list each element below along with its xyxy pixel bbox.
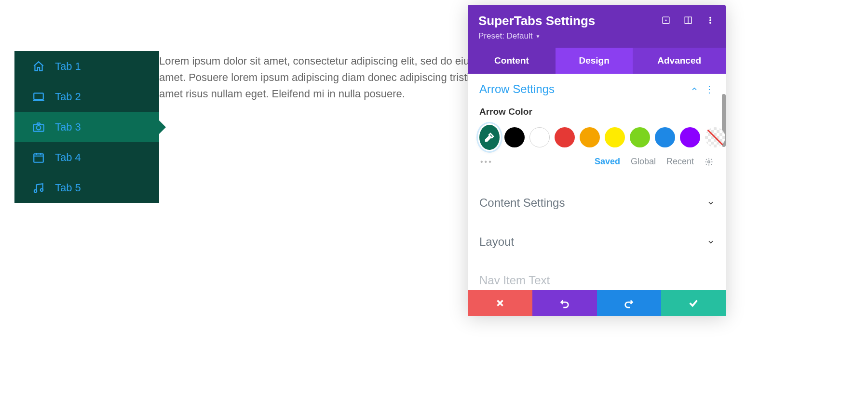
- caret-down-icon: ▼: [535, 34, 540, 39]
- palette-tab-saved[interactable]: Saved: [595, 157, 620, 167]
- section-nav-item-text[interactable]: Nav Item Text: [468, 261, 726, 290]
- section-title: Layout: [479, 235, 514, 249]
- more-vertical-icon[interactable]: [705, 15, 715, 25]
- vertical-tab-list: Tab 1 Tab 2 Tab 3 Tab 4 Tab 5: [14, 51, 159, 203]
- chevron-down-icon: [707, 199, 714, 206]
- svg-point-5: [41, 188, 43, 191]
- gear-icon[interactable]: [705, 158, 713, 166]
- chevron-up-icon: [691, 86, 698, 93]
- svg-point-12: [708, 160, 710, 163]
- tab-item-5[interactable]: Tab 5: [14, 172, 159, 203]
- tab-item-3[interactable]: Tab 3: [14, 112, 159, 142]
- tab-label: Tab 2: [55, 91, 81, 103]
- svg-point-9: [710, 17, 711, 18]
- section-arrow-settings: Arrow Settings ⋮ Arrow Color: [468, 74, 726, 183]
- palette-source-row: ••• Saved Global Recent: [479, 157, 714, 178]
- palette-tab-global[interactable]: Global: [631, 157, 656, 167]
- swatch-transparent[interactable]: [705, 127, 725, 147]
- layout-toggle-icon[interactable]: [683, 15, 693, 25]
- section-title: Nav Item Text: [479, 274, 550, 287]
- svg-point-4: [34, 189, 37, 192]
- svg-rect-3: [34, 154, 43, 162]
- panel-footer: [468, 290, 726, 316]
- section-content-settings[interactable]: Content Settings: [468, 183, 726, 222]
- section-title: Arrow Settings: [479, 82, 555, 96]
- tab-label: Tab 3: [55, 121, 81, 133]
- tab-item-4[interactable]: Tab 4: [14, 142, 159, 172]
- redo-button[interactable]: [597, 290, 662, 316]
- swatch-orange[interactable]: [580, 127, 600, 147]
- tab-label: Tab 4: [55, 151, 81, 164]
- responsive-icon[interactable]: [661, 15, 671, 25]
- tab-item-1[interactable]: Tab 1: [14, 51, 159, 81]
- section-toggle-arrow[interactable]: Arrow Settings ⋮: [479, 82, 714, 96]
- palette-tab-recent[interactable]: Recent: [666, 157, 694, 167]
- calendar-icon: [31, 151, 46, 164]
- panel-header: SuperTabs Settings Preset: Default ▼: [468, 5, 726, 48]
- more-horizontal-icon[interactable]: •••: [480, 158, 493, 166]
- swatch-purple[interactable]: [680, 127, 700, 147]
- cancel-button[interactable]: [468, 290, 532, 316]
- panel-body: Arrow Settings ⋮ Arrow Color: [468, 74, 726, 290]
- panel-tab-advanced[interactable]: Advanced: [633, 48, 726, 74]
- swatch-red[interactable]: [555, 127, 575, 147]
- svg-point-11: [710, 22, 711, 23]
- settings-panel: SuperTabs Settings Preset: Default ▼ Con…: [468, 5, 726, 316]
- field-label-arrow-color: Arrow Color: [479, 106, 714, 117]
- panel-tab-content[interactable]: Content: [468, 48, 556, 74]
- swatch-blue[interactable]: [655, 127, 675, 147]
- color-swatch-row: [479, 125, 714, 150]
- swatch-green[interactable]: [630, 127, 650, 147]
- preset-label: Preset: Default: [478, 31, 532, 41]
- panel-header-actions: [661, 5, 726, 25]
- tabs-preview: Tab 1 Tab 2 Tab 3 Tab 4 Tab 5: [14, 51, 159, 203]
- laptop-icon: [31, 91, 46, 103]
- undo-button[interactable]: [532, 290, 597, 316]
- panel-tab-bar: Content Design Advanced: [468, 48, 726, 74]
- svg-point-10: [710, 20, 711, 21]
- swatch-white[interactable]: [529, 127, 550, 147]
- section-title: Content Settings: [479, 196, 565, 210]
- svg-point-7: [665, 20, 667, 21]
- section-layout[interactable]: Layout: [468, 222, 726, 261]
- music-icon: [31, 182, 46, 194]
- save-button[interactable]: [661, 290, 726, 316]
- swatch-black[interactable]: [504, 127, 525, 147]
- home-icon: [31, 60, 46, 73]
- swatch-yellow[interactable]: [605, 127, 625, 147]
- preset-selector[interactable]: Preset: Default ▼: [478, 31, 715, 41]
- svg-point-2: [37, 125, 41, 130]
- tab-label: Tab 1: [55, 60, 81, 73]
- tab-item-2[interactable]: Tab 2: [14, 81, 159, 112]
- panel-tab-design[interactable]: Design: [556, 48, 633, 74]
- chevron-down-icon: [707, 239, 714, 245]
- svg-rect-0: [34, 93, 43, 99]
- swatch-eyedropper[interactable]: [479, 125, 500, 150]
- tab-label: Tab 5: [55, 182, 81, 194]
- camera-icon: [31, 121, 46, 133]
